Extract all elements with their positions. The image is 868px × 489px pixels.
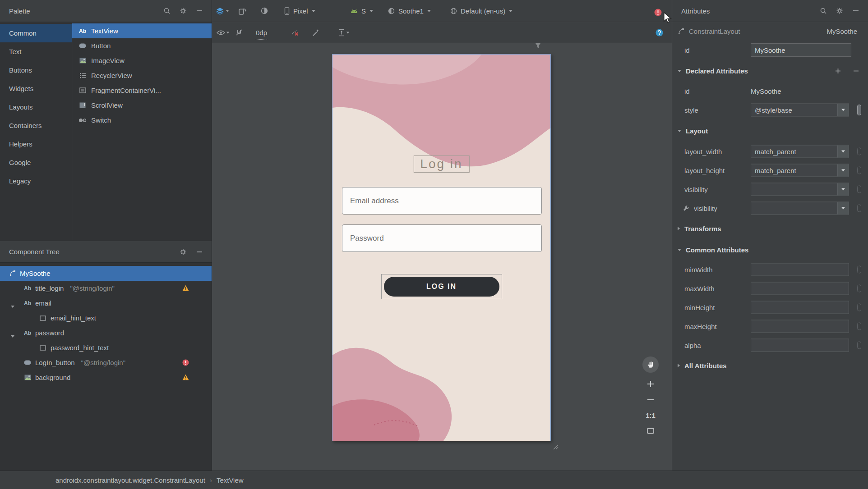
flag-toggle[interactable] — [857, 205, 861, 212]
pan-button[interactable] — [642, 356, 659, 373]
flag-toggle[interactable] — [857, 342, 861, 349]
chevron-down-icon[interactable] — [837, 165, 849, 177]
palette-item-imageview[interactable]: ImageView — [72, 53, 212, 68]
gear-icon[interactable] — [179, 248, 187, 256]
tree-item-password[interactable]: Ab password — [0, 325, 212, 340]
search-icon[interactable] — [819, 7, 827, 15]
flag-toggle[interactable] — [857, 323, 861, 330]
tree-item-title-login[interactable]: Ab title_login "@string/login" — [0, 281, 212, 296]
flag-toggle[interactable] — [857, 285, 861, 292]
api-selector[interactable]: S — [351, 4, 373, 18]
maxwidth-input[interactable] — [751, 282, 849, 295]
palette-item-fragmentcontainerview[interactable]: FragmentContainerVi... — [72, 83, 212, 98]
maxheight-input[interactable] — [751, 320, 849, 333]
layout-height-dropdown[interactable]: match_parent — [751, 164, 849, 177]
minheight-input[interactable] — [751, 301, 849, 314]
view-options-icon[interactable] — [217, 26, 230, 39]
minwidth-input[interactable] — [751, 263, 849, 276]
clear-constraints-icon[interactable] — [291, 26, 299, 39]
login-title-widget[interactable]: Log in — [413, 155, 469, 173]
tools-visibility-dropdown[interactable] — [751, 202, 849, 215]
id-input[interactable]: MySoothe — [751, 43, 851, 57]
night-mode-icon[interactable] — [261, 4, 268, 18]
flag-toggle[interactable] — [857, 186, 861, 193]
pack-align-icon[interactable] — [338, 26, 350, 39]
infer-constraints-icon[interactable] — [312, 26, 320, 39]
gear-icon[interactable] — [836, 7, 844, 15]
tree-item-email-hint-text[interactable]: email_hint_text — [0, 311, 212, 325]
design-canvas[interactable]: Log in Email address Password LOG IN — [212, 43, 672, 471]
zoom-fit-button[interactable] — [647, 424, 654, 438]
filter-icon[interactable] — [535, 43, 541, 49]
palette-category-widgets[interactable]: Widgets — [0, 79, 72, 98]
chevron-down-icon[interactable] — [837, 104, 849, 116]
flag-toggle[interactable] — [857, 105, 861, 115]
minimize-icon[interactable] — [195, 248, 203, 256]
minimize-icon[interactable] — [852, 7, 860, 15]
chevron-down-icon[interactable] — [11, 302, 14, 309]
resize-handle[interactable] — [552, 443, 559, 450]
device-selector[interactable]: Pixel — [284, 4, 315, 18]
theme-selector[interactable]: Soothe1 — [388, 4, 431, 18]
error-notification-icon[interactable] — [654, 5, 662, 19]
layout-width-dropdown[interactable]: match_parent — [751, 145, 849, 158]
chevron-down-icon[interactable] — [11, 331, 14, 339]
tree-item-email[interactable]: Ab email — [0, 296, 212, 311]
flag-toggle[interactable] — [857, 167, 861, 174]
flag-toggle[interactable] — [857, 304, 861, 311]
flag-toggle[interactable] — [857, 266, 861, 274]
palette-item-scrollview[interactable]: ScrollView — [72, 98, 212, 113]
tree-item-password-hint-text[interactable]: password_hint_text — [0, 340, 212, 355]
help-icon[interactable] — [656, 26, 663, 39]
palette-item-button[interactable]: Button — [72, 38, 212, 53]
breadcrumb-textview[interactable]: TextView — [217, 476, 244, 484]
tree-item-mysoothe[interactable]: MySoothe — [0, 266, 212, 281]
locale-selector[interactable]: Default (en-us) — [450, 4, 512, 18]
design-surface-icon[interactable] — [216, 4, 229, 18]
visibility-dropdown[interactable] — [751, 183, 849, 196]
chevron-down-icon[interactable] — [837, 146, 849, 158]
warning-icon[interactable] — [182, 285, 189, 291]
add-attribute-icon[interactable] — [834, 67, 842, 75]
search-icon[interactable] — [163, 7, 171, 15]
palette-category-buttons[interactable]: Buttons — [0, 61, 72, 79]
chevron-down-icon[interactable] — [837, 183, 849, 196]
zoom-in-button[interactable] — [644, 377, 657, 391]
tree-item-login-button[interactable]: LogIn_button "@string/login" — [0, 355, 212, 370]
section-all-attributes[interactable]: All Attributes — [672, 355, 868, 376]
section-layout[interactable]: Layout — [672, 119, 868, 142]
minimize-icon[interactable] — [195, 7, 203, 15]
email-field[interactable]: Email address — [342, 187, 542, 215]
gear-icon[interactable] — [179, 7, 187, 15]
section-common-attributes[interactable]: Common Attributes — [672, 239, 868, 260]
warning-icon[interactable] — [182, 374, 189, 380]
palette-item-switch[interactable]: Switch — [72, 113, 212, 128]
breadcrumb-constraintlayout[interactable]: androidx.constraintlayout.widget.Constra… — [55, 476, 205, 484]
palette-item-recyclerview[interactable]: RecyclerView — [72, 68, 212, 83]
phone-preview[interactable]: Log in Email address Password LOG IN — [332, 54, 551, 441]
error-icon[interactable] — [182, 359, 189, 366]
chevron-down-icon[interactable] — [837, 202, 849, 215]
login-button[interactable]: LOG IN — [384, 277, 499, 297]
zoom-out-button[interactable] — [644, 393, 657, 407]
palette-category-text[interactable]: Text — [0, 42, 72, 61]
palette-category-containers[interactable]: Containers — [0, 116, 72, 135]
autoconnect-off-icon[interactable] — [235, 26, 243, 39]
style-dropdown[interactable]: @style/base — [751, 104, 849, 117]
zoom-actual-button[interactable]: 1:1 — [646, 409, 656, 421]
password-field[interactable]: Password — [342, 224, 542, 252]
remove-attribute-icon[interactable] — [852, 67, 860, 75]
palette-category-google[interactable]: Google — [0, 153, 72, 172]
default-margin-button[interactable]: 0dp — [256, 26, 267, 40]
alpha-input[interactable] — [751, 339, 849, 352]
attr-value[interactable]: MySoothe — [751, 87, 781, 95]
tree-item-background[interactable]: background — [0, 370, 212, 385]
section-declared-attributes[interactable]: Declared Attributes — [672, 60, 868, 82]
orientation-icon[interactable] — [238, 4, 247, 18]
palette-category-common[interactable]: Common — [0, 24, 72, 42]
palette-item-textview[interactable]: Ab TextView — [72, 23, 212, 38]
palette-category-layouts[interactable]: Layouts — [0, 98, 72, 116]
section-transforms[interactable]: Transforms — [672, 218, 868, 239]
flag-toggle[interactable] — [857, 148, 861, 155]
palette-category-legacy[interactable]: Legacy — [0, 172, 72, 190]
